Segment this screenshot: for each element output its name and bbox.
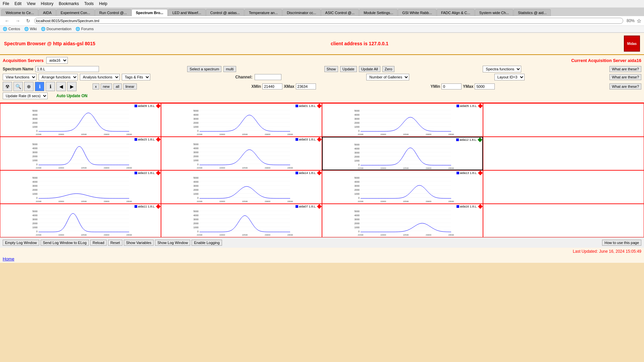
- update-all-btn[interactable]: Update All: [359, 66, 380, 72]
- home-link[interactable]: Home: [0, 255, 644, 263]
- nav-back[interactable]: ←: [3, 17, 11, 24]
- menu-edit[interactable]: Edit: [14, 1, 21, 6]
- new-btn[interactable]: new: [101, 83, 112, 89]
- tab-statistics[interactable]: Statistics @ aid...: [514, 9, 551, 16]
- tab-aida[interactable]: AIDA: [39, 9, 56, 16]
- spectrum-cell-aida03[interactable]: aida03 1.8.L.500040003000200010000215002…: [161, 137, 322, 170]
- spectrum-cell-empty1[interactable]: [483, 103, 644, 137]
- show-variables-btn[interactable]: Show Variables: [124, 240, 154, 246]
- spectrum-cell-aida05[interactable]: aida05 1.8.L.500040003000200010000215002…: [322, 103, 483, 137]
- menu-file[interactable]: File: [3, 1, 9, 6]
- tab-control[interactable]: Control @ aidas...: [206, 9, 244, 16]
- magnify-icon[interactable]: 🔍: [13, 82, 23, 91]
- bookmark-docs[interactable]: 🌐 Documentation: [41, 27, 71, 31]
- menu-bookmarks[interactable]: Bookmarks: [59, 1, 79, 6]
- spectrum-cell-aida13[interactable]: aida13 1.8.L.500040003000200010000215002…: [322, 170, 483, 204]
- how-to-btn[interactable]: How to use this page: [602, 240, 641, 246]
- menu-history[interactable]: History: [41, 1, 53, 6]
- tab-gsi[interactable]: GSI White Rabb...: [398, 9, 436, 16]
- svg-text:5000: 5000: [354, 210, 360, 213]
- spectrum-cell-aida16[interactable]: aida16 1.8.L.500040003000200010000215002…: [322, 204, 483, 237]
- spectrum-cell-aida01[interactable]: aida01 1.8.L.500040003000200010000215002…: [161, 103, 322, 137]
- nav-reload[interactable]: ↻: [24, 17, 32, 24]
- spectrum-cell-empty3[interactable]: [483, 170, 644, 204]
- tab-runcontrol[interactable]: Run Control @...: [95, 9, 131, 16]
- menu-tools[interactable]: Tools: [84, 1, 94, 6]
- spectrum-cell-aida09[interactable]: aida09 1.8.L.500040003000200010000215002…: [0, 103, 161, 137]
- svg-text:2000: 2000: [193, 155, 199, 158]
- reset-btn[interactable]: Reset: [108, 240, 122, 246]
- spectrum-cell-aida14[interactable]: aida14 1.8.L.500040003000200010000215002…: [161, 170, 322, 204]
- spectrum-cell-aida07[interactable]: aida07 1.8.L.500040003000200010000215002…: [161, 204, 322, 237]
- info-blue-icon[interactable]: ℹ: [35, 82, 44, 91]
- channel-input[interactable]: [255, 74, 281, 80]
- update-btn[interactable]: Update: [340, 66, 357, 72]
- tab-discriminator[interactable]: Discriminator cc...: [282, 9, 320, 16]
- number-of-galleries-select[interactable]: Number of Galleries: [366, 74, 409, 80]
- view-functions-select[interactable]: View functions: [3, 74, 37, 80]
- tab-asic[interactable]: ASIC Control @...: [321, 9, 359, 16]
- spectrum-cell-aida11[interactable]: aida11 1.8.L.500040003000200010000215002…: [0, 204, 161, 237]
- xmax-input[interactable]: [296, 83, 316, 89]
- spectrum-cell-aida12[interactable]: aida12 1.8.L.500040003000200010000215002…: [322, 137, 483, 170]
- acq-server-select[interactable]: aida16: [46, 57, 68, 64]
- spectrum-cell-empty2[interactable]: [483, 137, 644, 170]
- tab-spectrum[interactable]: Spectrum Bro...: [131, 9, 168, 16]
- what-are-these-2[interactable]: What are these?: [609, 74, 641, 80]
- tab-system[interactable]: System wide Ch...: [475, 9, 514, 16]
- tab-experiment[interactable]: Experiment Con...: [56, 9, 95, 16]
- spectra-functions-select[interactable]: Spectra functions: [483, 66, 521, 72]
- what-are-these-1[interactable]: What are these?: [609, 66, 641, 72]
- radioactive-icon[interactable]: ☢: [3, 82, 12, 91]
- spectrum-name-input[interactable]: [35, 66, 99, 72]
- url-bar[interactable]: [34, 18, 623, 24]
- bookmark-star[interactable]: ☆: [637, 18, 641, 24]
- tab-temperature[interactable]: Temperature an...: [245, 9, 282, 16]
- menu-view[interactable]: View: [27, 1, 36, 6]
- svg-text:23500: 23500: [287, 234, 293, 236]
- spectrum-cell-aida10[interactable]: aida10 1.8.L.500040003000200010000215002…: [0, 170, 161, 204]
- menu-help[interactable]: Help: [99, 1, 107, 6]
- nav-forward[interactable]: →: [13, 17, 22, 24]
- auto-update-label: Auto Update ON: [56, 94, 88, 98]
- tags-fits-select[interactable]: Tags & Fits: [122, 74, 150, 80]
- arrow-right-icon[interactable]: ▶: [67, 82, 76, 91]
- all-btn[interactable]: all: [113, 83, 122, 89]
- spectrum-name-row: Spectrum Name Select a spectrum multi Sh…: [3, 66, 641, 72]
- ymin-input[interactable]: [441, 83, 462, 89]
- spectrum-label-aida03: aida03 1.8.L.: [296, 138, 316, 141]
- bookmark-forums[interactable]: 🌐 Forums: [75, 27, 94, 31]
- update-rate-select[interactable]: Update Rate (8 secs): [3, 93, 48, 99]
- bookmark-wiki[interactable]: 🌐 Wiki: [24, 27, 37, 31]
- send-log-btn[interactable]: Send Log Window to ELog: [41, 240, 89, 246]
- xmin-input[interactable]: [262, 83, 282, 89]
- arrange-functions-select[interactable]: Arrange functions: [39, 74, 78, 80]
- layout-id-select[interactable]: Layout ID=3: [494, 74, 525, 80]
- tab-module[interactable]: Module Settings...: [359, 9, 397, 16]
- show-btn[interactable]: Show: [324, 66, 338, 72]
- info-icon[interactable]: ℹ: [46, 82, 55, 91]
- what-are-these-3[interactable]: What are these?: [609, 83, 641, 89]
- ymax-input[interactable]: [475, 83, 495, 89]
- zero-btn[interactable]: Zero: [382, 66, 395, 72]
- reload-btn[interactable]: Reload: [90, 240, 107, 246]
- spectrum-cell-aida15[interactable]: aida15 1.8.L.500040003000200010000215002…: [0, 137, 161, 170]
- analysis-functions-select[interactable]: Analysis functions: [80, 74, 120, 80]
- tab-fadc[interactable]: FADC Align & C...: [437, 9, 475, 16]
- x-btn[interactable]: x: [93, 83, 99, 89]
- select-spectrum-btn[interactable]: Select a spectrum: [187, 66, 221, 72]
- linear-btn[interactable]: linear: [123, 83, 137, 89]
- bookmark-centos[interactable]: 🌐 Centos: [3, 27, 20, 31]
- spectrum-label-aida10: aida10 1.8.L.: [135, 171, 155, 175]
- enable-logging-btn[interactable]: Enable Logging: [192, 240, 222, 246]
- multi-btn[interactable]: multi: [223, 66, 236, 72]
- tab-led[interactable]: LED and Wavef...: [168, 9, 206, 16]
- empty-log-btn[interactable]: Empty Log Window: [3, 240, 39, 246]
- tab-welcome[interactable]: Welcome to Ce...: [1, 9, 38, 16]
- svg-text:2000: 2000: [354, 122, 360, 124]
- spectrum-cell-empty4[interactable]: [483, 204, 644, 237]
- arrow-left-icon[interactable]: ◀: [56, 82, 66, 91]
- crosshair-icon[interactable]: ⊕: [24, 82, 34, 91]
- show-log-btn[interactable]: Show Log Window: [155, 240, 190, 246]
- svg-text:3000: 3000: [32, 151, 38, 154]
